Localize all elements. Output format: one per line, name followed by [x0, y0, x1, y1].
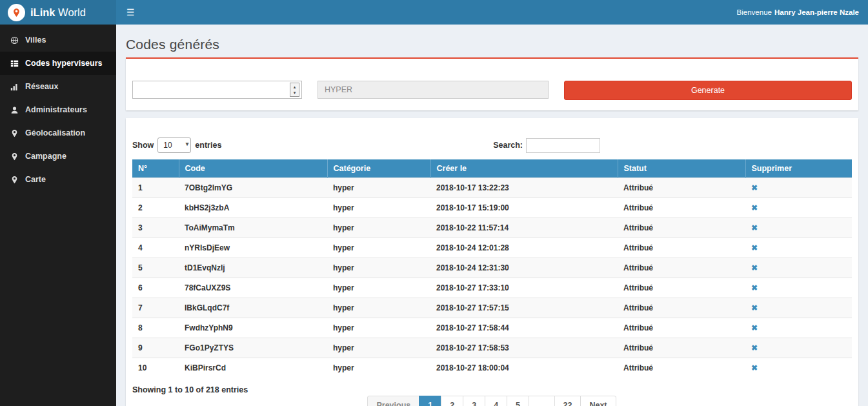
sidebar-nav: VillesCodes hyperviseursRéseauxAdministr…	[0, 28, 116, 191]
brand[interactable]: iLink World	[0, 0, 116, 25]
delete-icon[interactable]: ✖	[751, 263, 758, 272]
delete-icon[interactable]: ✖	[751, 183, 758, 192]
row-number: 9	[132, 338, 179, 358]
delete-icon[interactable]: ✖	[751, 283, 758, 292]
page-2[interactable]: 2	[441, 396, 463, 406]
table-row: 10KiBPirsrCdhyper2018-10-27 18:00:04Attr…	[132, 358, 852, 378]
category-cell: hyper	[327, 338, 430, 358]
sidebar-item-label: Villes	[25, 36, 46, 45]
generate-button[interactable]: Generate	[564, 81, 852, 100]
number-spinner[interactable]: ▴ ▾	[290, 83, 299, 97]
delete-icon[interactable]: ✖	[751, 243, 758, 252]
category-input[interactable]	[318, 81, 549, 99]
status-cell: Attribué	[618, 318, 745, 338]
table-row: 9FGo1PyZTYShyper2018-10-27 17:58:53Attri…	[132, 338, 852, 358]
delete-icon[interactable]: ✖	[751, 363, 758, 372]
page-1[interactable]: 1	[419, 396, 441, 406]
delete-cell: ✖	[745, 338, 852, 358]
category-cell: hyper	[327, 178, 430, 198]
generator-form: ▴ ▾ Generate	[132, 81, 852, 100]
page-length-select[interactable]: 10	[157, 137, 191, 153]
delete-cell: ✖	[745, 298, 852, 318]
column-header[interactable]: N°	[132, 159, 179, 178]
search-control: Search:	[493, 138, 600, 153]
sidebar-item-codes-hyperviseurs[interactable]: Codes hyperviseurs	[0, 52, 116, 75]
delete-cell: ✖	[745, 318, 852, 338]
table-row: 17OBtg2lmYGhyper2018-10-17 13:22:23Attri…	[132, 178, 852, 198]
sidebar-item-carte[interactable]: Carte	[0, 168, 116, 191]
delete-icon[interactable]: ✖	[751, 203, 758, 212]
code-cell: tD1EvqNzlj	[179, 258, 327, 278]
status-cell: Attribué	[618, 298, 745, 318]
created-cell: 2018-10-27 17:57:15	[430, 298, 618, 318]
code-cell: nYRlsDjEew	[179, 238, 327, 258]
status-cell: Attribué	[618, 258, 745, 278]
code-count-input[interactable]: ▴ ▾	[132, 81, 302, 99]
codes-table: N°CodeCatégorieCréer leStatutSupprimer 1…	[132, 159, 852, 378]
row-number: 3	[132, 218, 179, 238]
map-marker-icon	[10, 152, 19, 161]
sidebar-item-campagne[interactable]: Campagne	[0, 145, 116, 168]
category-cell: hyper	[327, 278, 430, 298]
map-marker-icon	[10, 176, 19, 184]
code-count-field[interactable]	[133, 81, 301, 98]
created-cell: 2018-10-27 17:58:53	[430, 338, 618, 358]
sidebar-item-villes[interactable]: Villes	[0, 28, 116, 52]
table-controls: Show 10 ▾ entries Search:	[132, 137, 852, 153]
sidebar-item-r-seaux[interactable]: Réseaux	[0, 75, 116, 98]
welcome-text: Bienvenue Hanry Jean-pierre Nzale	[737, 8, 868, 16]
entries-label: entries	[195, 141, 221, 150]
spinner-up-icon[interactable]: ▴	[294, 84, 296, 90]
welcome-user-name: Hanry Jean-pierre Nzale	[774, 8, 859, 16]
delete-cell: ✖	[745, 278, 852, 298]
column-header[interactable]: Catégorie	[327, 159, 430, 178]
table-row: 2kbHS2j3zbAhyper2018-10-17 15:19:00Attri…	[132, 198, 852, 218]
row-number: 6	[132, 278, 179, 298]
sidebar-item-label: Campagne	[25, 152, 66, 161]
table-summary: Showing 1 to 10 of 218 entries	[132, 385, 248, 394]
delete-icon[interactable]: ✖	[751, 343, 758, 352]
column-header[interactable]: Code	[179, 159, 327, 178]
sidebar-item-label: Administrateurs	[25, 105, 87, 114]
column-header[interactable]: Supprimer	[745, 159, 852, 178]
page-4[interactable]: 4	[485, 396, 507, 406]
spinner-down-icon[interactable]: ▾	[294, 90, 296, 96]
category-cell: hyper	[327, 358, 430, 378]
delete-cell: ✖	[745, 218, 852, 238]
code-cell: IBkGLqdC7f	[179, 298, 327, 318]
created-cell: 2018-10-27 17:58:44	[430, 318, 618, 338]
delete-cell: ✖	[745, 358, 852, 378]
row-number: 2	[132, 198, 179, 218]
search-input[interactable]	[526, 138, 600, 153]
table-footer: Showing 1 to 10 of 218 entries Previous1…	[132, 385, 852, 406]
page-previous[interactable]: Previous	[367, 396, 419, 406]
column-header[interactable]: Statut	[618, 159, 745, 178]
brand-title: iLink World	[30, 6, 86, 19]
created-cell: 2018-10-24 12:31:30	[430, 258, 618, 278]
delete-icon[interactable]: ✖	[751, 323, 758, 332]
category-cell: hyper	[327, 318, 430, 338]
app-window: iLink World ☰ Bienvenue Hanry Jean-pierr…	[0, 0, 868, 406]
sidebar-item-g-olocalisation[interactable]: Géolocalisation	[0, 121, 116, 145]
column-header[interactable]: Créer le	[430, 159, 618, 178]
status-cell: Attribué	[618, 358, 745, 378]
created-cell: 2018-10-27 18:00:04	[430, 358, 618, 378]
code-cell: ToAiMymaTm	[179, 218, 327, 238]
page-3[interactable]: 3	[463, 396, 485, 406]
delete-icon[interactable]: ✖	[751, 223, 758, 232]
page-5[interactable]: 5	[507, 396, 529, 406]
status-cell: Attribué	[618, 178, 745, 198]
code-cell: KiBPirsrCd	[179, 358, 327, 378]
table-row: 678fCaUXZ9Shyper2018-10-27 17:33:10Attri…	[132, 278, 852, 298]
created-cell: 2018-10-24 12:01:28	[430, 238, 618, 258]
page-22[interactable]: 22	[554, 396, 581, 406]
page-length-select-wrap: 10 ▾	[157, 137, 191, 153]
sidebar-item-administrateurs[interactable]: Administrateurs	[0, 98, 116, 121]
hamburger-icon[interactable]: ☰	[116, 0, 145, 25]
row-number: 5	[132, 258, 179, 278]
list-icon	[10, 59, 19, 68]
delete-icon[interactable]: ✖	[751, 303, 758, 312]
page-next[interactable]: Next	[580, 396, 616, 406]
category-cell: hyper	[327, 238, 430, 258]
created-cell: 2018-10-17 15:19:00	[430, 198, 618, 218]
